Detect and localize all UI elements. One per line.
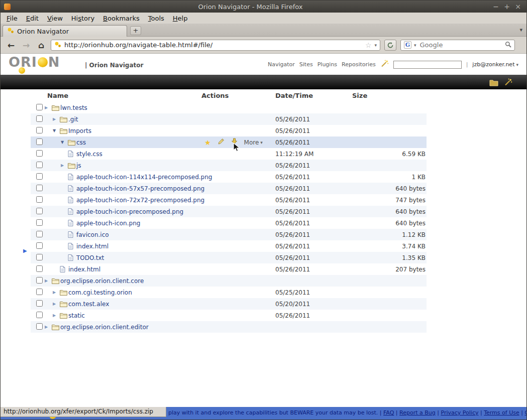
top-nav-link-repositories[interactable]: Repositories (342, 61, 376, 68)
row-checkbox[interactable] (36, 196, 43, 203)
row-checkbox[interactable] (36, 254, 43, 260)
expand-arrow-icon[interactable]: ▶ (45, 278, 52, 283)
menu-help[interactable]: Help (173, 15, 188, 22)
table-row[interactable]: ▶com.test.alex05/20/2011 (31, 298, 427, 310)
entry-name[interactable]: TODO.txt (76, 254, 104, 261)
expand-arrow-icon[interactable]: ▶ (53, 313, 60, 318)
url-text[interactable]: http://orionhub.org/navigate-table.html#… (64, 41, 362, 49)
menu-file[interactable]: File (7, 15, 18, 22)
top-nav-link-plugins[interactable]: Plugins (318, 61, 337, 68)
table-row[interactable]: index.html05/26/2011207 bytes (31, 263, 427, 275)
tab-orion-navigator[interactable]: Orion Navigator (3, 25, 127, 37)
favorite-star-icon[interactable]: ★ (204, 139, 211, 146)
table-row[interactable]: apple-touch-icon-114x114-precomposed.png… (31, 171, 427, 183)
table-row[interactable]: ▼css★More05/26/2011 (31, 136, 427, 148)
expand-arrow-icon[interactable]: ▶ (45, 325, 52, 329)
collapse-arrow-icon[interactable]: ▼ (61, 140, 68, 145)
entry-name[interactable]: apple-touch-icon-57x57-precomposed.png (76, 185, 204, 192)
menu-edit[interactable]: Edit (26, 15, 39, 22)
more-menu-button[interactable]: More (244, 139, 263, 146)
entry-name[interactable]: style.css (76, 151, 102, 158)
new-tab-button[interactable]: + (130, 26, 141, 35)
row-checkbox[interactable] (36, 138, 43, 145)
expand-arrow-icon[interactable]: ▶ (53, 302, 60, 306)
row-checkbox[interactable] (36, 104, 43, 110)
expand-arrow-icon[interactable]: ▶ (53, 117, 60, 121)
table-row[interactable]: ▶org.eclipse.orion.client.core (31, 275, 427, 287)
toolbar-wand-icon[interactable] (504, 78, 512, 88)
entry-name[interactable]: apple-touch-icon-72x72-precomposed.png (76, 197, 204, 204)
url-bar[interactable]: http://orionhub.org/navigate-table.html#… (51, 40, 380, 51)
menu-history[interactable]: History (71, 15, 94, 22)
entry-name[interactable]: .git (68, 116, 78, 123)
row-checkbox[interactable] (36, 265, 43, 272)
orion-search-input[interactable] (393, 61, 462, 69)
google-engine-icon[interactable]: G (404, 41, 411, 49)
entry-name[interactable]: com.test.alex (68, 301, 109, 308)
footer-link-faq[interactable]: FAQ (383, 409, 394, 416)
new-folder-icon[interactable] (489, 79, 498, 88)
table-row[interactable]: TODO.txt05/26/20111.35 KB (31, 252, 427, 263)
reload-button[interactable] (384, 40, 396, 51)
table-row[interactable]: style.css11:12:19 AM6.59 KB (31, 148, 427, 160)
wand-icon[interactable] (380, 60, 389, 69)
entry-name[interactable]: index.html (68, 266, 100, 273)
row-checkbox[interactable] (36, 173, 43, 180)
row-checkbox[interactable] (36, 277, 43, 284)
table-row[interactable]: ▶.git05/26/2011 (31, 113, 427, 125)
row-checkbox[interactable] (36, 219, 43, 226)
maximize-button[interactable]: + (501, 3, 512, 11)
window-titlebar[interactable]: Orion Navigator - Mozilla Firefox − + × (1, 1, 526, 13)
table-row[interactable]: ▶static05/26/2011 (31, 310, 427, 321)
table-row[interactable]: ▼Imports05/26/2011 (31, 125, 427, 136)
entry-name[interactable]: apple-touch-icon-precomposed.png (76, 208, 183, 215)
expand-arrow-icon[interactable]: ▶ (61, 163, 68, 168)
row-checkbox[interactable] (36, 150, 43, 157)
entry-name[interactable]: static (68, 312, 85, 319)
menu-bookmarks[interactable]: Bookmarks (103, 15, 140, 22)
minimize-button[interactable]: − (490, 3, 501, 11)
row-checkbox[interactable] (36, 162, 43, 168)
footer-link-terms-of-use[interactable]: Terms of Use (484, 409, 519, 416)
table-row[interactable]: ▶js05/26/2011 (31, 160, 427, 171)
bookmark-star-icon[interactable]: ☆ (365, 41, 372, 49)
row-checkbox[interactable] (36, 127, 43, 133)
table-row[interactable]: ▶com.cgi.testing.orion05/25/2011 (31, 287, 427, 298)
entry-name[interactable]: apple-touch-icon.png (76, 220, 140, 227)
top-nav-link-navigator[interactable]: Navigator (268, 61, 295, 68)
table-row[interactable]: apple-touch-icon-57x57-precomposed.png05… (31, 183, 427, 194)
forward-button[interactable]: → (21, 40, 32, 50)
menu-view[interactable]: View (47, 15, 63, 22)
back-button[interactable]: ← (6, 40, 17, 50)
entry-name[interactable]: apple-touch-icon-114x114-precomposed.png (76, 174, 212, 181)
tab-list-dropdown-icon[interactable] (519, 27, 522, 33)
footer-link-privacy-policy[interactable]: Privacy Policy (441, 409, 478, 416)
table-row[interactable]: favicon.ico05/26/20111.12 KB (31, 229, 427, 240)
url-history-dropdown-icon[interactable] (374, 43, 377, 48)
search-input[interactable] (419, 41, 502, 49)
row-checkbox[interactable] (36, 115, 43, 122)
rename-pencil-icon[interactable] (218, 138, 225, 147)
collapse-arrow-icon[interactable]: ▼ (53, 128, 60, 133)
table-row[interactable]: apple-touch-icon.png05/26/2011640 bytes (31, 217, 427, 229)
row-checkbox[interactable] (36, 231, 43, 237)
menu-tools[interactable]: Tools (148, 15, 164, 22)
home-button[interactable]: ⌂ (36, 40, 47, 50)
entry-name[interactable]: css (76, 139, 86, 146)
entry-name[interactable]: lwn.tests (60, 104, 87, 111)
user-menu[interactable]: jzb@zonker.net (472, 61, 518, 68)
entry-name[interactable]: favicon.ico (76, 231, 109, 238)
row-checkbox[interactable] (36, 323, 43, 330)
expand-arrow-icon[interactable]: ▶ (53, 290, 60, 295)
table-row[interactable]: apple-touch-icon-72x72-precomposed.png05… (31, 194, 427, 206)
row-checkbox[interactable] (36, 208, 43, 214)
row-checkbox[interactable] (36, 289, 43, 295)
search-engine-dropdown-icon[interactable] (414, 43, 416, 48)
footer-link-copyright-agent[interactable]: Copyright Agent (524, 409, 527, 416)
splitter-expand-arrow-icon[interactable] (23, 248, 27, 253)
entry-name[interactable]: index.html (76, 243, 109, 250)
top-nav-link-sites[interactable]: Sites (299, 61, 313, 68)
expand-arrow-icon[interactable]: ▶ (45, 105, 52, 110)
table-row[interactable]: index.html05/26/20113.74 KB (31, 240, 427, 252)
search-bar[interactable]: G (400, 40, 515, 51)
